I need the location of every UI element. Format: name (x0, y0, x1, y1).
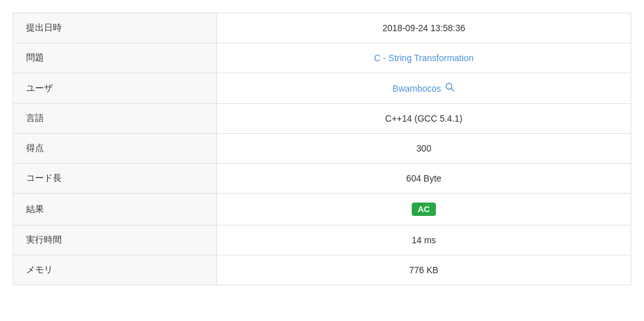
table-row: コード長604 Byte (13, 164, 631, 194)
user-row: Bwambocos (393, 82, 455, 94)
page-container: 提出日時2018-09-24 13:58:36問題C - String Tran… (0, 0, 644, 321)
table-row: 得点300 (13, 134, 631, 164)
row-label: 結果 (13, 194, 217, 225)
row-value: 604 Byte (217, 164, 631, 194)
row-value: 300 (217, 134, 631, 164)
table-row: メモリ776 KB (13, 255, 631, 285)
row-label: コード長 (13, 164, 217, 194)
row-label: ユーザ (13, 73, 217, 104)
row-value: AC (217, 194, 631, 225)
row-value[interactable]: C - String Transformation (217, 43, 631, 73)
submission-info-table: 提出日時2018-09-24 13:58:36問題C - String Tran… (13, 13, 631, 285)
svg-point-0 (446, 83, 452, 89)
row-label: 提出日時 (13, 13, 217, 43)
row-label: 問題 (13, 43, 217, 73)
table-row: ユーザBwambocos (13, 73, 631, 104)
row-label: 言語 (13, 104, 217, 134)
row-value: 14 ms (217, 225, 631, 255)
table-row: 結果AC (13, 194, 631, 225)
table-row: 言語C++14 (GCC 5.4.1) (13, 104, 631, 134)
row-label: 実行時間 (13, 225, 217, 255)
row-value: C++14 (GCC 5.4.1) (217, 104, 631, 134)
row-value[interactable]: Bwambocos (217, 73, 631, 104)
table-row: 実行時間14 ms (13, 225, 631, 255)
result-badge: AC (412, 203, 437, 216)
row-label: 得点 (13, 134, 217, 164)
row-label: メモリ (13, 255, 217, 285)
table-row: 問題C - String Transformation (13, 43, 631, 73)
row-value: 2018-09-24 13:58:36 (217, 13, 631, 43)
row-value: 776 KB (217, 255, 631, 285)
user-link[interactable]: Bwambocos (393, 83, 441, 94)
table-row: 提出日時2018-09-24 13:58:36 (13, 13, 631, 43)
svg-line-1 (452, 89, 454, 92)
search-icon[interactable] (445, 82, 455, 94)
problem-link[interactable]: C - String Transformation (374, 53, 473, 63)
